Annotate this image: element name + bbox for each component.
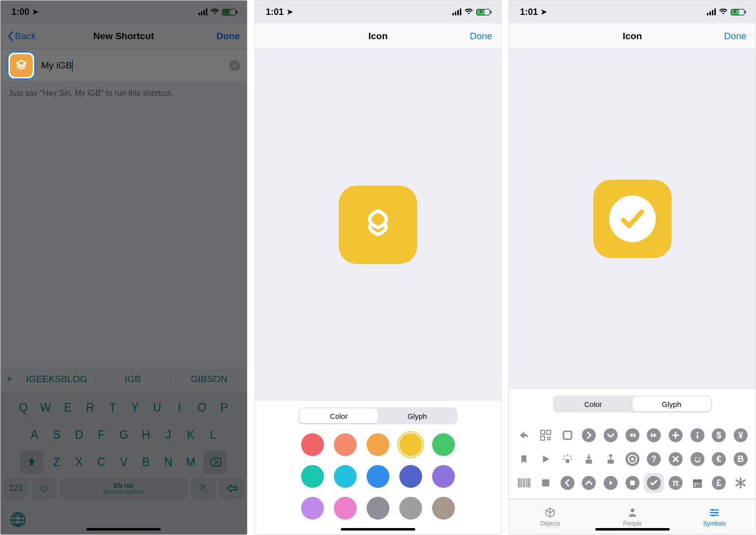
segment-control[interactable]: Color Glyph	[299, 407, 457, 424]
key-j[interactable]: J	[159, 423, 178, 446]
tab-objects[interactable]: Objects	[509, 499, 591, 535]
key-o[interactable]: O	[192, 396, 211, 419]
bitcoin-glyph[interactable]: B	[734, 452, 748, 466]
calendar-glyph[interactable]	[692, 477, 703, 489]
key-l[interactable]: L	[203, 423, 222, 446]
chevron-left-glyph[interactable]	[561, 476, 574, 490]
delete-key[interactable]	[203, 451, 227, 473]
color-swatch[interactable]	[334, 433, 357, 456]
key-d[interactable]: D	[69, 423, 88, 446]
key-c[interactable]: C	[92, 451, 111, 473]
done-button[interactable]: Done	[470, 31, 492, 42]
key-i[interactable]: I	[170, 396, 189, 419]
color-swatch[interactable]	[432, 465, 455, 488]
done-button[interactable]: Done	[724, 31, 747, 42]
predict-word-1[interactable]: IGEEKSBLOG	[18, 374, 95, 385]
color-swatch[interactable]	[399, 497, 422, 520]
segment-color[interactable]: Color	[300, 408, 378, 423]
share-arrow-glyph[interactable]	[517, 430, 530, 441]
color-swatch[interactable]	[432, 497, 455, 520]
pound-glyph[interactable]: £	[712, 476, 726, 490]
key-p[interactable]: P	[215, 396, 234, 419]
key-s[interactable]: S	[47, 423, 66, 446]
key-r[interactable]: R	[81, 396, 100, 419]
check-glyph[interactable]	[644, 473, 664, 493]
key-k[interactable]: K	[181, 423, 200, 446]
home-indicator[interactable]	[595, 528, 670, 531]
dollar-glyph[interactable]: $	[712, 428, 726, 442]
shortcut-icon-button[interactable]	[7, 52, 35, 79]
key-h[interactable]: H	[136, 423, 155, 446]
home-indicator[interactable]	[341, 528, 415, 531]
yen-glyph[interactable]: ¥	[734, 428, 748, 442]
play-glyph[interactable]	[540, 454, 551, 465]
clear-icon[interactable]: ✕	[229, 60, 240, 71]
info-glyph[interactable]	[691, 428, 704, 442]
rewind-glyph[interactable]	[626, 428, 639, 442]
predict-add-button[interactable]: +	[0, 373, 18, 386]
color-swatch[interactable]	[367, 433, 389, 456]
chevron-down-glyph[interactable]	[604, 428, 618, 442]
key-v[interactable]: V	[114, 451, 133, 473]
segment-control[interactable]: Color Glyph	[553, 396, 712, 412]
segment-glyph[interactable]: Glyph	[632, 397, 711, 411]
touch-glyph[interactable]	[562, 453, 573, 465]
color-swatch[interactable]	[399, 433, 422, 456]
key-x[interactable]: X	[69, 451, 88, 473]
predict-word-3[interactable]: GIBSON	[171, 374, 247, 385]
chevron-up-glyph[interactable]	[582, 476, 596, 490]
key-b[interactable]: B	[136, 451, 155, 473]
qr-glyph[interactable]	[540, 429, 552, 441]
target-glyph[interactable]	[626, 452, 639, 466]
key-g[interactable]: G	[114, 423, 133, 446]
predict-word-2[interactable]: IGB	[95, 374, 171, 385]
upload-glyph[interactable]	[605, 453, 616, 465]
square-glyph[interactable]	[562, 429, 573, 441]
color-swatch[interactable]	[301, 465, 324, 488]
pi-glyph[interactable]: π	[669, 476, 683, 490]
done-button[interactable]: Done	[216, 31, 240, 42]
key-z[interactable]: Z	[47, 451, 66, 473]
key-t[interactable]: T	[103, 396, 122, 419]
download-glyph[interactable]	[583, 453, 594, 465]
shortcut-name-input[interactable]: My iGB	[41, 60, 72, 71]
segment-color[interactable]: Color	[554, 397, 632, 411]
key-w[interactable]: W	[36, 396, 55, 419]
forward-glyph[interactable]	[647, 428, 661, 442]
numbers-key[interactable]: 123	[3, 478, 28, 499]
home-indicator[interactable]	[86, 528, 161, 531]
plus-glyph[interactable]	[669, 428, 683, 442]
key-n[interactable]: N	[159, 451, 178, 473]
color-swatch[interactable]	[301, 433, 324, 456]
euro-glyph[interactable]: €	[712, 452, 726, 466]
key-q[interactable]: Q	[14, 396, 33, 419]
stop-square-glyph[interactable]	[540, 477, 551, 488]
color-swatch[interactable]	[367, 497, 389, 520]
bookmark-glyph[interactable]	[519, 453, 529, 465]
color-swatch[interactable]	[334, 497, 357, 520]
key-y[interactable]: Y	[126, 396, 144, 419]
key-f[interactable]: F	[92, 423, 111, 446]
tab-symbols[interactable]: Symbols	[673, 499, 756, 535]
back-button[interactable]: Back	[7, 31, 36, 42]
question-glyph[interactable]: ?	[647, 452, 661, 466]
stop-circle-glyph[interactable]	[626, 476, 639, 490]
barcode-glyph[interactable]	[517, 477, 530, 488]
color-swatch[interactable]	[367, 465, 389, 488]
punct-key[interactable]: ?!,	[191, 478, 216, 499]
key-m[interactable]: M	[181, 451, 200, 473]
emoji-key[interactable]: ☺	[32, 478, 57, 499]
key-a[interactable]: A	[25, 423, 44, 446]
color-swatch[interactable]	[432, 433, 455, 456]
space-key[interactable]: EN HG Microsoft SwiftKey	[60, 478, 188, 499]
smile-glyph[interactable]	[691, 452, 704, 466]
color-swatch[interactable]	[301, 497, 324, 520]
color-swatch[interactable]	[399, 465, 422, 488]
globe-icon[interactable]	[10, 512, 25, 527]
asterisk-glyph[interactable]	[734, 476, 747, 489]
chevron-right-glyph[interactable]	[582, 428, 596, 442]
play-circle-glyph[interactable]	[604, 476, 618, 490]
return-key[interactable]	[219, 478, 244, 499]
x-glyph[interactable]	[669, 452, 683, 466]
segment-glyph[interactable]: Glyph	[378, 408, 456, 423]
